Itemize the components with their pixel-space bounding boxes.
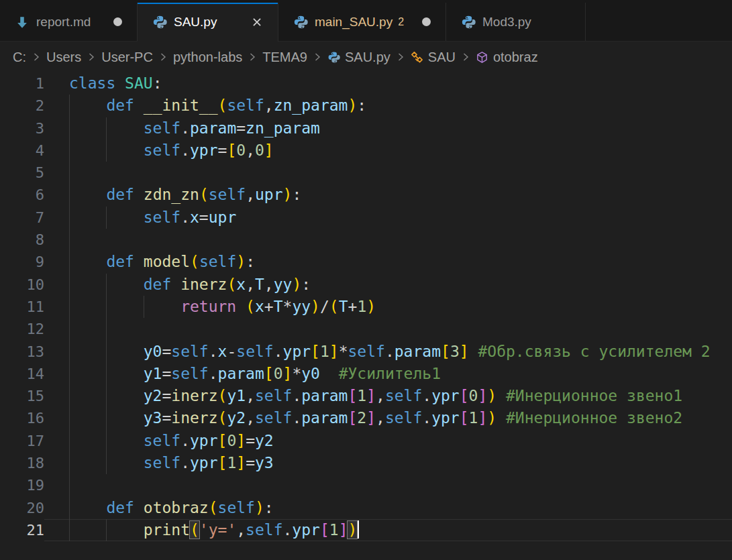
line-content[interactable]: def zdn_zn(self,upr): (44, 184, 732, 206)
line-content[interactable] (44, 162, 732, 184)
code-line: 4self.ypr=[0,0] (0, 139, 732, 162)
chevron-right-icon (247, 52, 258, 62)
line-number[interactable]: 3 (0, 117, 44, 139)
line-number[interactable]: 6 (0, 184, 44, 206)
indent-guide (106, 452, 143, 474)
code-token: ( (227, 276, 236, 293)
dirty-indicator-dot[interactable] (113, 17, 122, 26)
code-token: def (106, 186, 134, 203)
line-content[interactable]: class SAU: (44, 72, 732, 95)
code-token: , (264, 276, 274, 293)
line-number[interactable]: 18 (0, 452, 44, 474)
indent-guide (106, 117, 143, 139)
code-token: , (246, 186, 255, 203)
line-content[interactable]: y2=inerz(y1,self.param[1],self.ypr[0]) #… (44, 385, 732, 407)
line-number[interactable]: 20 (0, 497, 44, 519)
line-content[interactable] (44, 318, 732, 340)
line-number[interactable]: 1 (0, 72, 44, 95)
code-token: 1 (469, 409, 478, 427)
code-token: ) (255, 499, 264, 516)
line-number[interactable]: 13 (0, 341, 44, 363)
breadcrumb-item-otobraz[interactable]: otobraz (476, 50, 538, 65)
line-content[interactable]: def model(self): (44, 251, 732, 273)
code-token: ] (339, 521, 348, 539)
line-content[interactable]: self.ypr[1]=y3 (44, 452, 732, 474)
code-token: [ (311, 343, 320, 360)
line-number[interactable]: 21 (0, 519, 44, 541)
code-token: inerz (171, 387, 217, 404)
line-number[interactable]: 5 (0, 162, 44, 184)
markdown-icon (15, 15, 30, 30)
line-content[interactable]: self.ypr[0]=y2 (44, 430, 732, 452)
code-line: 17self.ypr[0]=y2 (0, 430, 732, 452)
close-tab-button[interactable] (251, 16, 263, 28)
line-content[interactable]: def inerz(x,T,yy): (44, 274, 732, 296)
code-token: = (162, 365, 171, 382)
code-token: . (385, 343, 395, 360)
code-token: def (106, 97, 134, 114)
line-number[interactable]: 4 (0, 139, 44, 162)
code-token: def (106, 253, 134, 270)
tab-report.md[interactable]: report.md (0, 3, 138, 41)
line-number[interactable]: 8 (0, 229, 44, 251)
code-token: ypr (431, 387, 460, 404)
indent-guide (106, 318, 143, 340)
code-token: , (246, 387, 255, 404)
line-content[interactable]: self.x=upr (44, 207, 732, 229)
breadcrumb-item-users[interactable]: Users (46, 50, 81, 65)
line-content[interactable]: def otobraz(self): (44, 497, 732, 519)
code-token: ] (264, 142, 274, 159)
line-number[interactable]: 16 (0, 407, 44, 429)
tab-Mod3.py[interactable]: Mod3.py (446, 3, 586, 41)
tab-SAU.py[interactable]: SAU.py (138, 3, 278, 42)
line-number[interactable]: 14 (0, 363, 44, 385)
code-token: 1 (227, 454, 236, 471)
indent-guide (106, 139, 143, 162)
line-content[interactable]: print('y=',self.ypr[1]) (44, 519, 732, 541)
breadcrumb-item-tema9[interactable]: TEMA9 (262, 50, 307, 65)
line-content[interactable]: return (x+T*yy)/(T+1) (44, 296, 732, 318)
line-number[interactable]: 11 (0, 296, 44, 318)
line-content[interactable] (44, 229, 732, 251)
breadcrumb-item-python-labs[interactable]: python-labs (173, 50, 242, 65)
code-token: 0 (255, 142, 264, 159)
line-content[interactable]: def __init__(self,zn_param): (44, 95, 732, 117)
line-content[interactable]: y3=inerz(y2,self.param[2],self.ypr[1]) #… (44, 407, 732, 429)
line-number[interactable]: 17 (0, 430, 44, 452)
breadcrumb-item-c-[interactable]: C: (13, 50, 26, 65)
line-content[interactable]: self.ypr=[0,0] (44, 139, 732, 162)
code-token: [ (218, 432, 227, 449)
line-number[interactable]: 12 (0, 318, 44, 340)
line-number[interactable]: 10 (0, 274, 44, 296)
code-token: * (292, 365, 301, 382)
breadcrumb-item-sau[interactable]: SAU (411, 50, 456, 65)
code-token: __init__ (144, 97, 218, 114)
code-token (134, 253, 144, 270)
indent-guide (69, 474, 106, 496)
code-token: , (246, 276, 255, 293)
line-content[interactable]: y1=self.param[0]*y0 #Усилитель1 (44, 363, 732, 385)
code-token: . (209, 365, 218, 382)
line-number[interactable]: 7 (0, 207, 44, 229)
code-token: [ (348, 387, 357, 404)
code-token: : (357, 97, 366, 114)
dirty-indicator-dot[interactable] (422, 17, 431, 26)
indent-guide (144, 296, 180, 318)
breadcrumb-item-user-pc[interactable]: User-PC (101, 50, 153, 65)
line-number[interactable]: 19 (0, 474, 44, 496)
line-number[interactable]: 2 (0, 95, 44, 117)
breadcrumb-label: SAU.py (345, 50, 390, 65)
code-token: ) (283, 186, 293, 203)
tab-main_SAU.py[interactable]: main_SAU.py2 (278, 3, 446, 41)
line-content[interactable]: self.param=zn_param (44, 117, 732, 139)
line-number[interactable]: 15 (0, 385, 44, 407)
line-number[interactable]: 9 (0, 251, 44, 273)
code-token: 0 (227, 432, 236, 449)
line-content[interactable]: y0=self.x-self.ypr[1]*self.param[3] #Обр… (44, 341, 732, 363)
code-token: : (246, 253, 255, 270)
breadcrumb-item-sau-py[interactable]: SAU.py (327, 50, 390, 65)
code-token: param (301, 409, 348, 427)
indent-guide (69, 385, 106, 407)
line-content[interactable] (44, 474, 732, 496)
code-token: upr (209, 209, 237, 226)
